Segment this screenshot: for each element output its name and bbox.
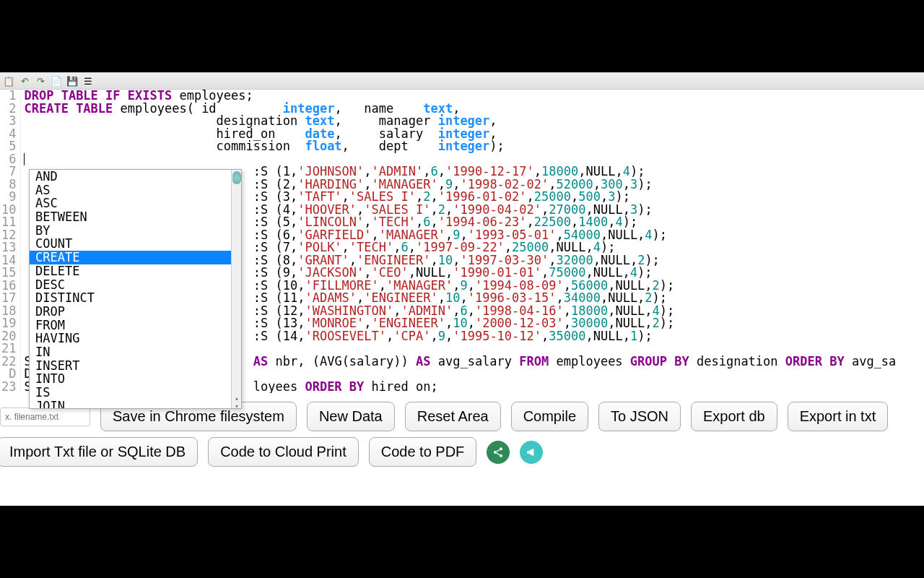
new-icon[interactable]: 📄 bbox=[51, 75, 62, 87]
autocomplete-popup[interactable]: ANDASASCBETWEENBYCOUNTCREATEDELETEDESCDI… bbox=[29, 169, 242, 409]
autocomplete-scrollbar[interactable]: ▴ ▾ bbox=[231, 170, 241, 408]
autocomplete-item[interactable]: DROP bbox=[30, 305, 241, 319]
export-db-button[interactable]: Export db bbox=[691, 402, 777, 431]
autocomplete-item[interactable]: FROM bbox=[30, 319, 241, 332]
line-number: 5 bbox=[1, 140, 16, 153]
autocomplete-item[interactable]: INSERT bbox=[30, 359, 241, 373]
scroll-down-icon[interactable]: ▾ bbox=[233, 400, 240, 407]
autocomplete-item[interactable]: INTO bbox=[30, 372, 241, 386]
line-number: 9 bbox=[1, 191, 16, 204]
new-data-button[interactable]: New Data bbox=[307, 402, 395, 431]
line-number: 11 bbox=[1, 216, 16, 229]
scroll-up-icon[interactable]: ▴ bbox=[233, 392, 240, 400]
line-number: D bbox=[1, 368, 16, 381]
code-line[interactable]: commission float, dept integer); bbox=[24, 140, 924, 153]
compile-button[interactable]: Compile bbox=[511, 402, 588, 431]
to-json-button[interactable]: To JSON bbox=[598, 402, 681, 431]
autocomplete-item[interactable]: ASC bbox=[30, 197, 241, 210]
line-number: 1 bbox=[1, 90, 16, 103]
scrollbar-thumb[interactable] bbox=[232, 171, 241, 184]
line-number: 13 bbox=[1, 241, 16, 254]
cloud-print-button[interactable]: Code to Cloud Print bbox=[208, 437, 359, 467]
share-icon[interactable] bbox=[487, 441, 510, 464]
undo-icon[interactable]: ↶ bbox=[19, 75, 30, 87]
autocomplete-item[interactable]: JOIN bbox=[30, 400, 241, 408]
code-editor[interactable]: 12345678910111213141516171819202122D23 D… bbox=[0, 90, 924, 393]
import-button[interactable]: Import Txt file or SQLite DB bbox=[0, 437, 198, 467]
line-number: 19 bbox=[1, 317, 16, 330]
autocomplete-item[interactable]: BETWEEN bbox=[30, 210, 241, 224]
autocomplete-item[interactable]: CREATE bbox=[30, 251, 241, 264]
autocomplete-item[interactable]: AND bbox=[30, 170, 241, 184]
export-txt-button[interactable]: Export in txt bbox=[788, 402, 889, 431]
code-to-pdf-button[interactable]: Code to PDF bbox=[369, 437, 477, 467]
list-icon[interactable]: ☰ bbox=[82, 75, 94, 87]
editor-toolbar: 📋 ↶ ↷ 📄 💾 ☰ bbox=[0, 72, 924, 90]
line-gutter: 12345678910111213141516171819202122D23 bbox=[0, 90, 21, 393]
announce-icon[interactable] bbox=[520, 441, 543, 464]
autocomplete-item[interactable]: DISTINCT bbox=[30, 291, 241, 305]
autocomplete-item[interactable]: BY bbox=[30, 224, 241, 238]
line-number: 7 bbox=[1, 165, 16, 178]
autocomplete-item[interactable]: HAVING bbox=[30, 332, 241, 345]
line-number: 3 bbox=[1, 115, 16, 128]
autocomplete-item[interactable]: DELETE bbox=[30, 264, 241, 278]
line-number: 23 bbox=[1, 381, 16, 394]
line-number: 15 bbox=[1, 267, 16, 280]
redo-icon[interactable]: ↷ bbox=[35, 75, 46, 87]
line-number: 17 bbox=[1, 292, 16, 305]
svg-point-1 bbox=[494, 451, 497, 454]
svg-point-2 bbox=[500, 454, 502, 457]
autocomplete-item[interactable]: AS bbox=[30, 184, 241, 197]
autocomplete-item[interactable]: IN bbox=[30, 345, 241, 359]
autocomplete-item[interactable]: IS bbox=[30, 386, 241, 400]
svg-point-0 bbox=[500, 447, 502, 450]
reset-area-button[interactable]: Reset Area bbox=[405, 402, 501, 431]
autocomplete-item[interactable]: DESC bbox=[30, 278, 241, 292]
autocomplete-item[interactable]: COUNT bbox=[30, 237, 241, 251]
save-icon[interactable]: 💾 bbox=[66, 75, 78, 87]
copy-icon[interactable]: 📋 bbox=[3, 75, 14, 87]
line-number: 21 bbox=[1, 342, 16, 355]
filename-input[interactable] bbox=[0, 407, 90, 426]
